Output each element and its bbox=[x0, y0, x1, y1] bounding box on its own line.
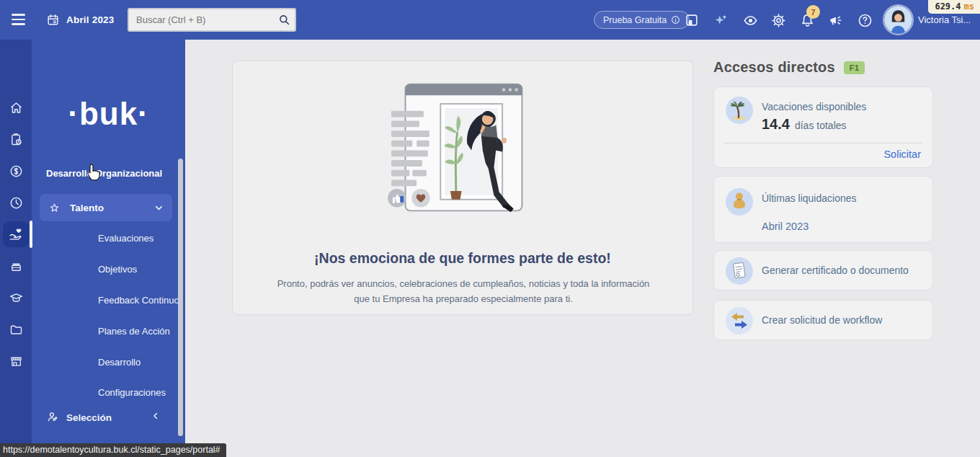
top-bar: Abril 2023 Prueba Gratuita 7 bbox=[0, 0, 980, 40]
notification-badge: 7 bbox=[806, 5, 820, 19]
sidebar-subitem-feedback-continuo[interactable]: Feedback Continuo bbox=[98, 295, 179, 306]
gear-icon[interactable] bbox=[769, 11, 788, 30]
solicitar-link[interactable]: Solicitar bbox=[883, 148, 921, 160]
graduation-cap-icon[interactable] bbox=[7, 289, 24, 306]
calendar-icon bbox=[46, 13, 60, 27]
sidebar-item-talento[interactable]: Talento bbox=[40, 194, 172, 221]
home-icon[interactable] bbox=[7, 99, 24, 116]
shortcut-card-workflow[interactable]: Crear solicitud de workflow bbox=[713, 300, 933, 340]
shortcut-title: Generar certificado o documento bbox=[762, 265, 909, 276]
module-rail bbox=[0, 40, 32, 457]
sidebar-subitem-planes-de-accion[interactable]: Planes de Acción bbox=[98, 326, 170, 337]
cake-icon[interactable] bbox=[7, 257, 24, 275]
free-trial-button[interactable]: Prueba Gratuita bbox=[594, 11, 690, 29]
sidebar-item-label: Talento bbox=[70, 203, 104, 213]
status-url-bar: https://demotalentoycultura.buk.cl/stati… bbox=[0, 443, 226, 457]
global-search bbox=[128, 8, 296, 32]
user-name[interactable]: Victoria Tsi... bbox=[918, 14, 971, 25]
storefront-icon[interactable] bbox=[7, 352, 24, 370]
app-window: Abril 2023 Prueba Gratuita 7 bbox=[0, 0, 980, 457]
buk-logo: ·buk· bbox=[32, 96, 185, 132]
vacation-days-suffix: días totales bbox=[795, 120, 847, 131]
money-bag-icon bbox=[726, 188, 753, 216]
welcome-illustration bbox=[383, 77, 545, 221]
sidebar-item-label: Selección bbox=[66, 412, 112, 423]
rail-active-indicator bbox=[30, 221, 32, 248]
sidebar-subitem-evaluaciones[interactable]: Evaluaciones bbox=[98, 233, 153, 244]
eye-icon[interactable] bbox=[741, 11, 760, 30]
hamburger-menu-button[interactable] bbox=[9, 11, 29, 28]
dollar-circle-icon[interactable] bbox=[7, 162, 24, 179]
shortcut-title: Vacaciones disponibles bbox=[762, 101, 866, 112]
info-icon bbox=[671, 15, 680, 25]
help-icon[interactable] bbox=[855, 11, 874, 30]
shortcut-title: Últimas liquidaciones bbox=[762, 192, 857, 204]
performance-chip: 629.4 ms bbox=[928, 0, 980, 14]
sparkle-icon[interactable] bbox=[712, 11, 731, 30]
performance-value: 629.4 bbox=[935, 1, 961, 12]
sidebar-subitem-desarrollo[interactable]: Desarrollo bbox=[98, 357, 141, 368]
main-content: ¡Nos emociona de que formes parte de est… bbox=[185, 40, 980, 457]
search-icon[interactable] bbox=[273, 13, 295, 27]
avatar[interactable] bbox=[884, 6, 912, 34]
welcome-body: Pronto, podrás ver anuncios, celebracion… bbox=[269, 276, 658, 306]
bookmark-icon[interactable] bbox=[682, 11, 701, 30]
folder-icon[interactable] bbox=[7, 321, 24, 338]
welcome-title: ¡Nos emociona de que formes parte de est… bbox=[233, 250, 692, 267]
shortcut-card-liquidaciones[interactable]: Últimas liquidaciones Abril 2023 bbox=[713, 176, 933, 243]
sidebar: ·buk· Desarrollo Organizacional Talento … bbox=[32, 40, 185, 457]
shortcuts-hotkey-badge: F1 bbox=[844, 61, 865, 74]
sidebar-item-seleccion[interactable]: Selección bbox=[32, 410, 185, 426]
palm-tree-icon bbox=[726, 97, 753, 124]
clock-icon[interactable] bbox=[7, 194, 24, 211]
shortcut-card-certificado[interactable]: Generar certificado o documento bbox=[713, 250, 933, 290]
chevron-down-icon bbox=[153, 203, 164, 213]
welcome-card: ¡Nos emociona de que formes parte de est… bbox=[232, 61, 693, 315]
document-icon bbox=[726, 257, 753, 285]
shortcut-card-vacaciones[interactable]: Vacaciones disponibles 14.4 días totales… bbox=[713, 86, 933, 168]
workflow-arrows-icon bbox=[726, 307, 753, 334]
person-pen-icon bbox=[46, 410, 61, 425]
clipboard-clock-icon[interactable] bbox=[7, 130, 24, 148]
period-selector-button[interactable]: Abril 2023 bbox=[46, 9, 115, 30]
period-label: Abril 2023 bbox=[66, 14, 115, 25]
card-divider bbox=[724, 143, 922, 143]
megaphone-icon[interactable] bbox=[826, 11, 845, 30]
hand-heart-icon[interactable] bbox=[7, 226, 24, 243]
bell-icon[interactable]: 7 bbox=[798, 11, 816, 30]
sidebar-subitem-objetivos[interactable]: Objetivos bbox=[98, 264, 137, 275]
sidebar-section-label: Desarrollo Organizacional bbox=[46, 168, 162, 179]
shortcuts-title: Accesos directos bbox=[713, 59, 835, 76]
shortcut-title: Crear solicitud de workflow bbox=[762, 314, 882, 326]
chevron-left-icon bbox=[151, 411, 161, 421]
sidebar-subitem-configuraciones[interactable]: Configuraciones bbox=[98, 387, 166, 398]
liquidacion-period-link[interactable]: Abril 2023 bbox=[762, 221, 808, 232]
vacation-days-value: 14.4 bbox=[762, 116, 790, 133]
search-input[interactable] bbox=[129, 14, 273, 25]
performance-unit: ms bbox=[964, 1, 974, 12]
sidebar-scrollbar[interactable] bbox=[178, 159, 183, 436]
star-icon bbox=[48, 202, 61, 214]
free-trial-label: Prueba Gratuita bbox=[603, 15, 667, 25]
